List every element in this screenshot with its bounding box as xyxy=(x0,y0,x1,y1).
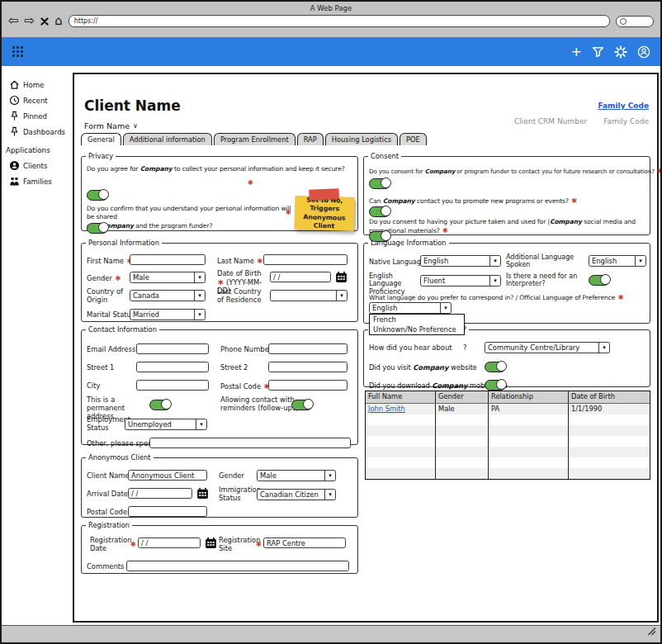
additional-language-select[interactable]: English▾ xyxy=(589,255,646,267)
sidebar-item-clients[interactable]: Clients xyxy=(2,158,73,173)
country-of-origin-select[interactable]: Canada▾ xyxy=(130,290,206,301)
privacy-q1-toggle[interactable] xyxy=(87,190,108,201)
hear-about-select[interactable]: Community Centre/Library▾ xyxy=(485,342,610,353)
column-dob[interactable]: Date of Birth xyxy=(569,391,650,403)
calendar-icon[interactable] xyxy=(335,271,348,283)
privacy-q2-toggle[interactable] xyxy=(87,223,108,234)
url-text: https:// xyxy=(74,17,98,25)
permanent-address-toggle[interactable] xyxy=(149,400,171,410)
calendar-icon[interactable] xyxy=(205,537,217,549)
gear-icon[interactable] xyxy=(614,45,627,59)
native-language-select[interactable]: English▾ xyxy=(420,255,501,267)
sidebar-item-home[interactable]: Home xyxy=(2,77,73,92)
column-relationship[interactable]: Relationship xyxy=(489,391,569,403)
download-app-toggle[interactable] xyxy=(485,380,506,391)
person-icon xyxy=(9,160,20,171)
postal-code-label: Postal Code xyxy=(220,382,261,391)
employment-status-select[interactable]: Unemployed▾ xyxy=(125,419,207,430)
proficiency-select[interactable]: Fluent▾ xyxy=(420,275,501,286)
sidebar-item-dashboards[interactable]: Dashboards xyxy=(2,124,73,140)
language-preference-select[interactable]: English▾ xyxy=(369,302,452,314)
city-input[interactable] xyxy=(136,380,209,391)
privacy-section: Privacy Do you agree for Company to coll… xyxy=(81,152,358,231)
registration-date-input[interactable]: / / xyxy=(138,537,201,548)
table-row-empty xyxy=(366,436,650,447)
url-input[interactable]: https:// xyxy=(69,15,610,27)
interpreter-toggle[interactable] xyxy=(589,275,610,286)
phone-label: Phone Number xyxy=(220,346,272,354)
apps-grid-icon[interactable] xyxy=(12,45,24,58)
anon-gender-select[interactable]: Male▾ xyxy=(257,470,336,481)
chevron-down-icon: ▾ xyxy=(194,291,205,301)
marital-status-select[interactable]: Married▾ xyxy=(130,309,206,320)
gender-select[interactable]: Male▾ xyxy=(130,272,206,283)
tab-housing-logistics[interactable]: Housing Logistics xyxy=(325,133,398,145)
postal-code-input[interactable] xyxy=(268,380,348,391)
phone-input[interactable] xyxy=(268,343,348,354)
anon-client-name-input[interactable]: Anonymous Client xyxy=(128,470,207,481)
chevron-down-icon: ▾ xyxy=(194,272,205,282)
resize-handle-icon[interactable] xyxy=(646,623,656,639)
registration-date-label: Registration Date xyxy=(90,537,128,553)
filter-icon[interactable] xyxy=(592,45,604,58)
add-icon[interactable]: + xyxy=(571,45,582,59)
sidebar-item-recent[interactable]: Recent xyxy=(2,92,73,108)
client-crm-number-label: Client CRM Number xyxy=(514,117,587,125)
last-name-input[interactable] xyxy=(263,254,348,265)
other-specify-input[interactable] xyxy=(149,438,351,448)
consent-q1-toggle[interactable] xyxy=(369,178,390,189)
table-row-empty xyxy=(366,447,650,457)
forward-icon[interactable]: ⇨ xyxy=(25,15,35,27)
account-icon[interactable] xyxy=(637,45,650,59)
member-link[interactable]: John Smith xyxy=(368,405,405,413)
street2-input[interactable] xyxy=(268,362,348,372)
tab-program-enrollment[interactable]: Program Enrollment xyxy=(214,133,296,145)
status-bar xyxy=(2,625,660,642)
visit-website-label: Did you visit Company website xyxy=(369,363,477,372)
stop-icon[interactable] xyxy=(40,17,49,26)
sidebar-item-families[interactable]: Families xyxy=(2,173,73,189)
search-input[interactable] xyxy=(616,16,654,27)
arrival-date-label: Arrival Date xyxy=(87,490,128,499)
tab-general[interactable]: General xyxy=(81,133,121,145)
app-toolbar: + xyxy=(2,37,660,66)
sidebar-section-applications: Applications xyxy=(2,142,73,158)
browser-chrome: A Web Page ⇦ ⇨ ⌂ https:// xyxy=(2,2,660,38)
reminders-toggle[interactable] xyxy=(291,400,313,410)
chevron-down-icon: ▾ xyxy=(324,490,335,500)
calendar-icon[interactable] xyxy=(196,487,209,500)
street1-input[interactable] xyxy=(136,362,209,372)
email-input[interactable] xyxy=(136,343,209,354)
street2-label: Street 2 xyxy=(220,364,248,372)
dob-input[interactable]: / / xyxy=(270,272,331,282)
consent-q2-toggle[interactable] xyxy=(369,206,390,217)
people-icon xyxy=(9,176,20,187)
back-icon[interactable]: ⇦ xyxy=(8,15,19,27)
column-gender[interactable]: Gender xyxy=(436,391,489,403)
privacy-legend: Privacy xyxy=(86,152,116,160)
dropdown-option-unknown[interactable]: Unknown/No Preference xyxy=(370,324,464,334)
first-name-input[interactable] xyxy=(130,254,206,265)
column-full-name[interactable]: Full Name xyxy=(366,391,436,403)
sticky-note: Set to No, TriggersAnonymous Client xyxy=(294,196,354,231)
immigration-status-select[interactable]: Canadian Citizen▾ xyxy=(257,489,336,500)
tab-additional-information[interactable]: Additional information xyxy=(123,133,212,145)
marital-status-label: Marital Status xyxy=(87,311,135,320)
dropdown-option-french[interactable]: French xyxy=(370,315,464,324)
sidebar: Home Recent Pinned Dashboards Applicatio… xyxy=(2,66,73,623)
arrival-date-input[interactable]: / / xyxy=(128,488,192,499)
table-row-empty xyxy=(366,425,650,436)
form-name-selector[interactable]: Form Name ∨ xyxy=(84,121,138,130)
home-icon[interactable]: ⌂ xyxy=(54,15,63,27)
family-code-link[interactable]: Family Code xyxy=(598,102,649,110)
sidebar-item-pinned[interactable]: Pinned xyxy=(2,108,73,124)
hear-about-qmark: ? xyxy=(463,344,466,353)
pin-icon xyxy=(9,126,20,137)
last-country-select[interactable]: ▾ xyxy=(270,290,348,301)
anon-postal-input[interactable] xyxy=(128,506,207,517)
registration-site-input[interactable]: RAP Centre xyxy=(263,537,346,548)
tab-poe[interactable]: POE xyxy=(400,133,427,145)
comments-input[interactable] xyxy=(126,561,349,571)
tab-rap[interactable]: RAP xyxy=(297,133,324,145)
visit-website-toggle[interactable] xyxy=(485,362,506,372)
